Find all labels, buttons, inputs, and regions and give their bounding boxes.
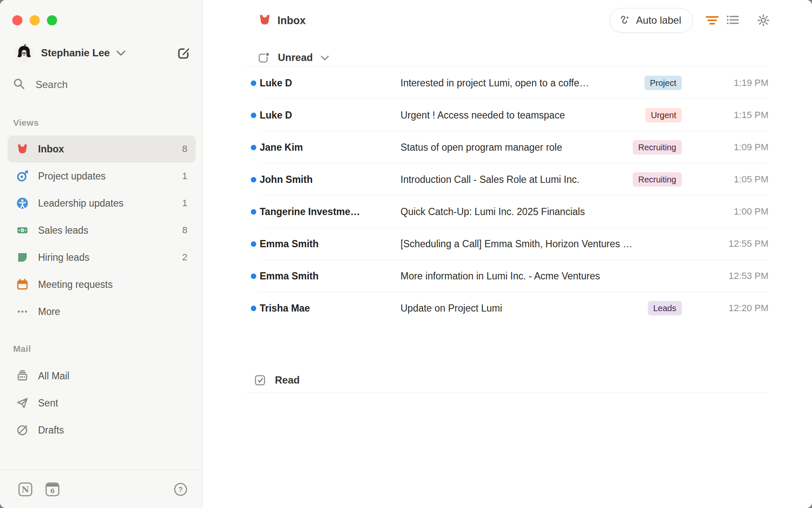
sidebar-item-all-mail[interactable]: All Mail: [8, 362, 196, 389]
sidebar-item-label: Drafts: [38, 425, 64, 436]
unread-dot: [251, 209, 256, 215]
unread-dot: [251, 306, 256, 311]
email-row[interactable]: Trisha Mae Update on Project Lumi Leads …: [245, 292, 768, 324]
minimize-window-button[interactable]: [30, 15, 40, 25]
email-row[interactable]: Tangerine Investme… Quick Catch-Up: Lumi…: [245, 196, 768, 228]
email-subject: Quick Catch-Up: Lumi Inc. 2025 Financial…: [401, 206, 682, 218]
chevron-down-icon: [116, 50, 126, 58]
sidebar-item-label: Project updates: [38, 171, 106, 182]
search-button[interactable]: Search: [13, 75, 194, 95]
email-sender: Luke D: [260, 110, 401, 121]
sidebar-item-label: More: [38, 306, 60, 318]
read-section-toggle[interactable]: Read: [245, 367, 768, 393]
filter-icon[interactable]: [706, 14, 719, 27]
account-switcher[interactable]: Stephanie Lee: [15, 43, 191, 63]
target-icon: [16, 170, 29, 182]
inbox-tray-icon: [258, 13, 272, 27]
email-sender: Trisha Mae: [260, 303, 401, 314]
email-list: Luke D Interested in project Lumi, open …: [245, 66, 768, 324]
email-time: 1:00 PM: [682, 206, 768, 217]
sidebar-footer: N 6 ?: [18, 482, 188, 497]
sidebar-item-label: Inbox: [38, 144, 64, 155]
window-controls: [12, 15, 57, 25]
views-nav: Inbox 8 Project updates 1: [8, 135, 196, 325]
label-tag: Project: [645, 76, 682, 90]
svg-text:6: 6: [50, 487, 55, 495]
compose-icon[interactable]: [177, 46, 191, 60]
unread-count-badge: 8: [182, 144, 187, 155]
calendar-icon: [16, 278, 29, 291]
unread-dot: [251, 113, 256, 118]
email-row[interactable]: Jane Kim Status of open program manager …: [245, 131, 768, 163]
sidebar-item-meeting-requests[interactable]: Meeting requests: [8, 271, 196, 298]
paper-plane-icon: [16, 397, 29, 409]
unread-count-badge: 1: [182, 198, 187, 209]
sidebar: Stephanie Lee Search Views: [0, 0, 203, 508]
sidebar-item-sales-leads[interactable]: Sales leads 8: [8, 217, 196, 244]
label-tag: Leads: [648, 301, 682, 315]
avatar: [15, 44, 33, 62]
accessibility-person-icon: [16, 197, 29, 210]
auto-label-wand-icon: [618, 14, 631, 27]
sidebar-item-label: Leadership updates: [38, 198, 123, 209]
email-row[interactable]: Luke D Interested in project Lumi, open …: [245, 67, 768, 99]
settings-gear-icon[interactable]: [757, 14, 770, 27]
close-window-button[interactable]: [12, 15, 22, 25]
sidebar-item-sent[interactable]: Sent: [8, 389, 196, 417]
sidebar-item-label: Sent: [38, 398, 58, 409]
views-section-label: Views: [13, 118, 39, 128]
sidebar-item-leadership-updates[interactable]: Leadership updates 1: [8, 190, 196, 217]
email-subject: Urgent ! Access needed to teamspace: [401, 110, 645, 121]
unread-section-toggle[interactable]: Unread: [258, 50, 329, 65]
unread-count-badge: 2: [182, 252, 187, 263]
email-row[interactable]: Emma Smith More information in Lumi Inc.…: [245, 260, 768, 292]
help-icon[interactable]: ?: [173, 482, 188, 497]
sidebar-item-drafts[interactable]: Drafts: [8, 417, 196, 444]
calendar-badge-icon[interactable]: 6: [45, 482, 60, 497]
ellipsis-icon: [16, 305, 29, 318]
email-sender: Luke D: [260, 77, 401, 89]
search-label: Search: [36, 79, 68, 91]
label-tag: Recruiting: [633, 172, 682, 187]
email-row[interactable]: Emma Smith [Scheduling a Call] Emma Smit…: [245, 228, 768, 260]
user-name: Stephanie Lee: [41, 47, 110, 59]
sidebar-item-label: All Mail: [38, 370, 69, 382]
email-subject: Update on Project Lumi: [401, 303, 648, 314]
read-section-label: Read: [275, 374, 300, 386]
email-time: 1:09 PM: [682, 142, 768, 153]
mail-nav: All Mail Sent Drafts: [8, 362, 196, 444]
email-sender: Emma Smith: [260, 271, 401, 282]
page-title: Inbox: [277, 14, 306, 27]
email-time: 1:19 PM: [682, 77, 768, 88]
mail-section-label: Mail: [13, 344, 31, 354]
email-time: 1:05 PM: [682, 174, 768, 185]
label-tag: Recruiting: [633, 140, 682, 155]
unread-dot: [251, 273, 256, 279]
unread-count-badge: 8: [182, 225, 187, 236]
note-icon: [16, 251, 29, 264]
email-sender: John Smith: [260, 174, 401, 185]
notion-logo-icon[interactable]: N: [18, 482, 33, 497]
sidebar-item-label: Sales leads: [38, 225, 88, 236]
sidebar-item-project-updates[interactable]: Project updates 1: [8, 163, 196, 190]
auto-label-button[interactable]: Auto label: [609, 8, 693, 33]
svg-text:N: N: [22, 485, 29, 494]
unread-dot: [251, 80, 256, 86]
list-view-icon[interactable]: [726, 14, 739, 26]
sidebar-item-hiring-leads[interactable]: Hiring leads 2: [8, 244, 196, 271]
unread-dot: [251, 241, 256, 247]
email-row[interactable]: John Smith Introduction Call - Sales Rol…: [245, 163, 768, 196]
search-icon: [13, 77, 25, 92]
main-panel: Inbox Auto label: [203, 0, 812, 508]
zoom-window-button[interactable]: [47, 15, 57, 25]
email-subject: [Scheduling a Call] Emma Smith, Horizon …: [401, 238, 682, 250]
unread-dot: [251, 145, 256, 150]
email-subject: More information in Lumi Inc. - Acme Ven…: [401, 271, 682, 282]
email-sender: Emma Smith: [260, 238, 401, 250]
sidebar-item-more[interactable]: More: [8, 298, 196, 325]
email-row[interactable]: Luke D Urgent ! Access needed to teamspa…: [245, 99, 768, 131]
email-time: 12:53 PM: [682, 271, 768, 282]
sidebar-item-inbox[interactable]: Inbox 8: [8, 135, 196, 163]
unread-count-badge: 1: [182, 171, 187, 182]
inbox-tray-icon: [16, 143, 29, 155]
